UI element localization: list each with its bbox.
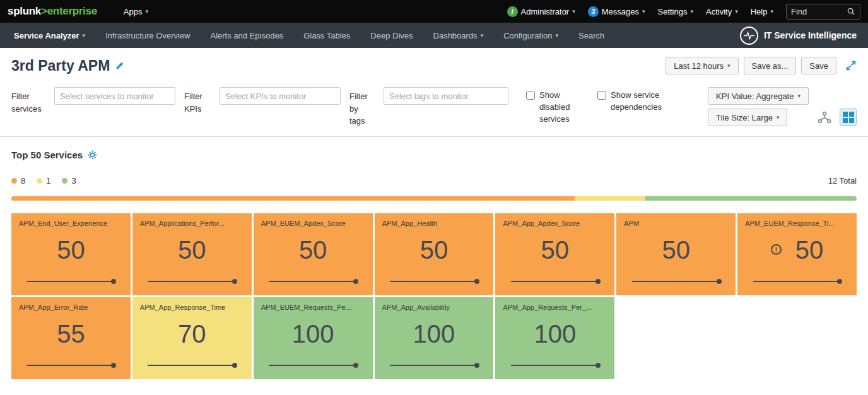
settings-menu[interactable]: Settings ▾ xyxy=(658,7,694,16)
service-name: APM_App_Response_Time xyxy=(140,304,244,311)
legend-count: 3 xyxy=(71,176,76,186)
status-dot-yellow xyxy=(37,178,42,184)
service-tile-apm-app-availability[interactable]: APM_App_Availability100 xyxy=(375,297,494,379)
sparkline xyxy=(390,281,478,282)
kpi-value-row: 100 xyxy=(382,321,486,346)
filter-bar: Filter services Filter KPIs Filter by ta… xyxy=(0,82,868,137)
show-disabled-checkbox[interactable] xyxy=(526,91,535,100)
show-dependencies-label: Show service dependencies xyxy=(611,90,674,114)
show-disabled-label: Show disabled services xyxy=(539,90,578,126)
chevron-down-icon: ▾ xyxy=(690,8,693,15)
section-title: Top 50 Services xyxy=(11,150,83,160)
nav-item-alerts-and-episodes[interactable]: Alerts and Episodes xyxy=(201,23,294,48)
time-range-button[interactable]: Last 12 hours ▾ xyxy=(666,57,738,74)
service-name: APM xyxy=(624,220,728,227)
sparkline-dot xyxy=(595,363,601,368)
filter-services-input[interactable] xyxy=(54,87,175,105)
apps-menu[interactable]: Apps ▾ xyxy=(124,7,148,16)
section-settings-gear-icon[interactable] xyxy=(88,150,97,160)
messages-menu[interactable]: 3 Messages ▾ xyxy=(588,6,645,17)
sparkline xyxy=(148,365,236,366)
legend-item-yellow: 1 xyxy=(37,176,50,186)
splunk-logo[interactable]: splunk>enterprise xyxy=(8,5,97,18)
sparkline-dot xyxy=(837,279,842,284)
sparkline xyxy=(269,365,357,366)
nav-item-infrastructure-overview[interactable]: Infrastructure Overview xyxy=(95,23,200,48)
service-tile-apm-app-error-rate[interactable]: APM_App_Error_Rate55 xyxy=(11,297,131,379)
nav-item-service-analyzer[interactable]: Service Analyzer▾ xyxy=(4,23,95,48)
messages-count-badge: 3 xyxy=(588,6,599,17)
chevron-down-icon: ▾ xyxy=(770,8,773,15)
nav-item-label: Deep Dives xyxy=(370,31,413,40)
topology-view-icon[interactable] xyxy=(818,111,831,124)
service-tile-apm-app-apdex-score[interactable]: APM_App_Apdex_Score50 xyxy=(495,213,614,295)
service-name: APM_App_Availability xyxy=(382,304,486,311)
service-tile-apm[interactable]: APM50 xyxy=(616,213,736,295)
service-tile-apm-euem-requests-pe[interactable]: APM_EUEM_Requests_Pe...100 xyxy=(254,297,373,379)
save-button[interactable]: Save xyxy=(801,57,836,74)
show-dependencies-checkbox[interactable] xyxy=(597,91,606,100)
view-toggle-icons xyxy=(818,109,857,126)
kpi-value-dropdown[interactable]: KPI Value: Aggregate ▾ xyxy=(708,87,809,105)
logo-product-text: enterprise xyxy=(47,5,97,17)
service-name: APM_EUEM_Apdex_Score xyxy=(261,220,365,227)
service-tile-apm-euem-response-ti[interactable]: APM_EUEM_Response_Ti...!50 xyxy=(737,213,857,295)
sparkline xyxy=(632,281,720,282)
help-menu[interactable]: Help ▾ xyxy=(751,7,773,16)
tile-view-icon[interactable] xyxy=(840,109,857,126)
status-bar-segment-orange xyxy=(11,196,575,201)
itsi-brand-name: IT Service Intelligence xyxy=(764,30,857,40)
service-tile-apm-app-health[interactable]: APM_App_Health50 xyxy=(375,213,494,295)
help-menu-label: Help xyxy=(751,7,768,16)
apps-menu-label: Apps xyxy=(124,7,143,16)
kpi-value: 100 xyxy=(413,321,455,346)
filter-kpis-input[interactable] xyxy=(220,87,341,105)
kpi-value-row: 50 xyxy=(261,237,365,262)
fullscreen-expand-icon[interactable] xyxy=(845,60,857,71)
chevron-down-icon: ▾ xyxy=(83,32,86,38)
activity-menu[interactable]: Activity ▾ xyxy=(706,7,738,16)
administrator-menu[interactable]: i Administrator ▾ xyxy=(507,6,575,17)
total-count: 12 Total xyxy=(828,176,857,186)
time-range-label: Last 12 hours xyxy=(674,61,724,71)
service-tile-apm-app-requests-per[interactable]: APM_App_Requests_Per_...100 xyxy=(495,297,614,379)
chevron-down-icon: ▾ xyxy=(777,114,780,121)
service-tile-apm-end-user-experience[interactable]: APM_End_User_Experience50 xyxy=(11,213,131,295)
service-tile-apm-app-response-time[interactable]: APM_App_Response_Time70 xyxy=(132,297,252,379)
service-tile-grid: APM_End_User_Experience50APM_Application… xyxy=(11,213,857,379)
status-bar-segment-yellow xyxy=(575,196,645,201)
kpi-value-row: 55 xyxy=(19,321,123,346)
header-actions: Last 12 hours ▾ Save as... Save xyxy=(666,57,857,74)
kpi-value-row: 50 xyxy=(382,237,486,262)
service-name: APM_App_Health xyxy=(382,220,486,227)
show-disabled-group: Show disabled services xyxy=(526,90,578,126)
nav-item-dashboards[interactable]: Dashboards▾ xyxy=(423,23,494,48)
save-as-button[interactable]: Save as... xyxy=(744,57,797,74)
find-search-box[interactable] xyxy=(786,4,860,20)
nav-item-search[interactable]: Search xyxy=(568,23,614,48)
tile-size-label: Tile Size: Large xyxy=(716,113,773,122)
status-bar-segment-green xyxy=(645,196,857,201)
chevron-down-icon: ▾ xyxy=(727,62,730,69)
service-tile-apm-applications-perfor[interactable]: APM_Applications_Perfor...50 xyxy=(132,213,252,295)
edit-title-icon[interactable] xyxy=(115,61,124,71)
tile-size-dropdown[interactable]: Tile Size: Large ▾ xyxy=(708,109,787,126)
service-name: APM_App_Error_Rate xyxy=(19,304,123,311)
find-input[interactable] xyxy=(791,7,847,16)
status-dot-orange xyxy=(11,178,17,184)
kpi-value: 50 xyxy=(662,237,690,262)
nav-item-configuration[interactable]: Configuration▾ xyxy=(493,23,568,48)
itsi-brand: IT Service Intelligence xyxy=(740,27,864,45)
itsi-logo-icon xyxy=(740,27,758,45)
administrator-menu-label: Administrator xyxy=(521,7,570,16)
nav-item-glass-tables[interactable]: Glass Tables xyxy=(293,23,360,48)
service-tile-apm-euem-apdex-score[interactable]: APM_EUEM_Apdex_Score50 xyxy=(254,213,373,295)
nav-item-deep-dives[interactable]: Deep Dives xyxy=(360,23,423,48)
sparkline-dot xyxy=(717,279,722,284)
sparkline xyxy=(27,365,115,366)
filter-tags-input[interactable] xyxy=(384,87,508,105)
chevron-down-icon: ▾ xyxy=(481,32,484,38)
kpi-value: 70 xyxy=(178,321,206,346)
nav-item-label: Infrastructure Overview xyxy=(105,31,190,40)
kpi-value: 50 xyxy=(178,237,206,262)
